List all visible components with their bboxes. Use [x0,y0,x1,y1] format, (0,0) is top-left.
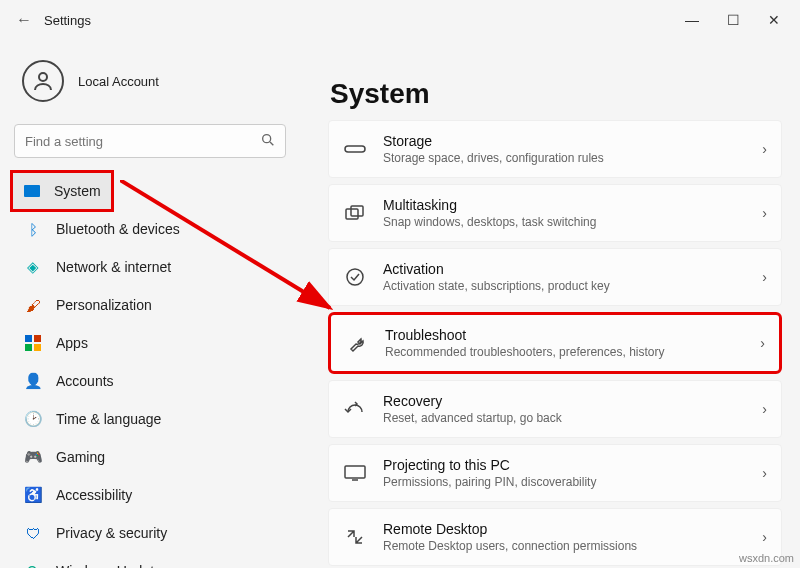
card-title: Projecting to this PC [383,457,762,473]
clock-icon: 🕑 [24,410,42,428]
sidebar-item-bluetooth[interactable]: ᛒ Bluetooth & devices [12,210,288,248]
chevron-right-icon: › [760,335,765,351]
svg-point-1 [263,135,271,143]
card-desc: Storage space, drives, configuration rul… [383,151,762,165]
search-icon [260,132,276,152]
paint-icon: 🖌 [24,296,42,314]
card-title: Recovery [383,393,762,409]
card-desc: Snap windows, desktops, task switching [383,215,762,229]
sidebar-item-label: Time & language [56,411,161,427]
sidebar-item-gaming[interactable]: 🎮 Gaming [12,438,288,476]
card-remote-desktop[interactable]: Remote Desktop Remote Desktop users, con… [328,508,782,566]
avatar-icon [22,60,64,102]
minimize-button[interactable]: — [685,12,699,28]
page-title: System [330,78,782,110]
card-desc: Permissions, pairing PIN, discoverabilit… [383,475,762,489]
shield-icon: 🛡 [24,524,42,542]
card-multitasking[interactable]: Multitasking Snap windows, desktops, tas… [328,184,782,242]
sidebar-item-time[interactable]: 🕑 Time & language [12,400,288,438]
svg-rect-8 [346,209,358,219]
close-button[interactable]: ✕ [768,12,780,28]
accounts-icon: 👤 [24,372,42,390]
window-title: Settings [44,13,91,28]
card-desc: Recommended troubleshooters, preferences… [385,345,760,359]
multitasking-icon [343,201,367,225]
svg-rect-2 [24,185,40,197]
svg-point-0 [39,73,47,81]
sidebar-item-privacy[interactable]: 🛡 Privacy & security [12,514,288,552]
sidebar-item-network[interactable]: ◈ Network & internet [12,248,288,286]
card-title: Multitasking [383,197,762,213]
chevron-right-icon: › [762,529,767,545]
accessibility-icon: ♿ [24,486,42,504]
svg-rect-3 [25,335,32,342]
update-icon: ⟳ [24,562,42,568]
settings-card-list: Storage Storage space, drives, configura… [328,120,782,568]
card-desc: Remote Desktop users, connection permiss… [383,539,762,553]
title-bar: ← Settings — ☐ ✕ [0,0,800,40]
chevron-right-icon: › [762,401,767,417]
card-projecting[interactable]: Projecting to this PC Permissions, pairi… [328,444,782,502]
apps-icon [24,334,42,352]
recovery-icon [343,397,367,421]
sidebar-item-personalization[interactable]: 🖌 Personalization [12,286,288,324]
account-name: Local Account [78,74,159,89]
svg-rect-4 [34,335,41,342]
maximize-button[interactable]: ☐ [727,12,740,28]
sidebar-item-accounts[interactable]: 👤 Accounts [12,362,288,400]
sidebar-item-label: Network & internet [56,259,171,275]
gaming-icon: 🎮 [24,448,42,466]
svg-rect-7 [345,146,365,152]
svg-rect-9 [351,206,363,216]
remote-desktop-icon [343,525,367,549]
card-recovery[interactable]: Recovery Reset, advanced startup, go bac… [328,380,782,438]
sidebar-item-label: Apps [56,335,88,351]
window-controls: — ☐ ✕ [685,12,792,28]
card-title: Storage [383,133,762,149]
svg-rect-6 [34,344,41,351]
chevron-right-icon: › [762,141,767,157]
chevron-right-icon: › [762,205,767,221]
sidebar-item-label: Accessibility [56,487,132,503]
sidebar-item-label: Windows Update [56,563,162,568]
bluetooth-icon: ᛒ [24,220,42,238]
system-icon [24,182,40,200]
back-button[interactable]: ← [8,11,40,29]
sidebar-item-label: Accounts [56,373,114,389]
nav-list: System ᛒ Bluetooth & devices ◈ Network &… [12,172,288,568]
main-panel: System Storage Storage space, drives, co… [300,40,800,568]
sidebar-item-update[interactable]: ⟳ Windows Update [12,552,288,568]
chevron-right-icon: › [762,269,767,285]
card-activation[interactable]: Activation Activation state, subscriptio… [328,248,782,306]
account-section[interactable]: Local Account [12,48,288,120]
projecting-icon [343,461,367,485]
card-desc: Activation state, subscriptions, product… [383,279,762,293]
sidebar-item-label: System [54,183,101,199]
sidebar: Local Account System ᛒ Bluetooth & devic… [0,40,300,568]
sidebar-item-label: Personalization [56,297,152,313]
troubleshoot-icon [345,331,369,355]
svg-point-10 [347,269,363,285]
wifi-icon: ◈ [24,258,42,276]
activation-icon [343,265,367,289]
sidebar-item-accessibility[interactable]: ♿ Accessibility [12,476,288,514]
chevron-right-icon: › [762,465,767,481]
svg-rect-11 [345,466,365,478]
sidebar-item-label: Gaming [56,449,105,465]
card-storage[interactable]: Storage Storage space, drives, configura… [328,120,782,178]
sidebar-item-label: Bluetooth & devices [56,221,180,237]
sidebar-item-apps[interactable]: Apps [12,324,288,362]
search-input[interactable] [14,124,286,158]
sidebar-item-label: Privacy & security [56,525,167,541]
card-title: Remote Desktop [383,521,762,537]
card-title: Activation [383,261,762,277]
storage-icon [343,137,367,161]
card-title: Troubleshoot [385,327,760,343]
card-troubleshoot[interactable]: Troubleshoot Recommended troubleshooters… [328,312,782,374]
card-desc: Reset, advanced startup, go back [383,411,762,425]
watermark: wsxdn.com [739,552,794,564]
search-container [14,124,286,158]
sidebar-item-system[interactable]: System [12,172,112,210]
svg-rect-5 [25,344,32,351]
